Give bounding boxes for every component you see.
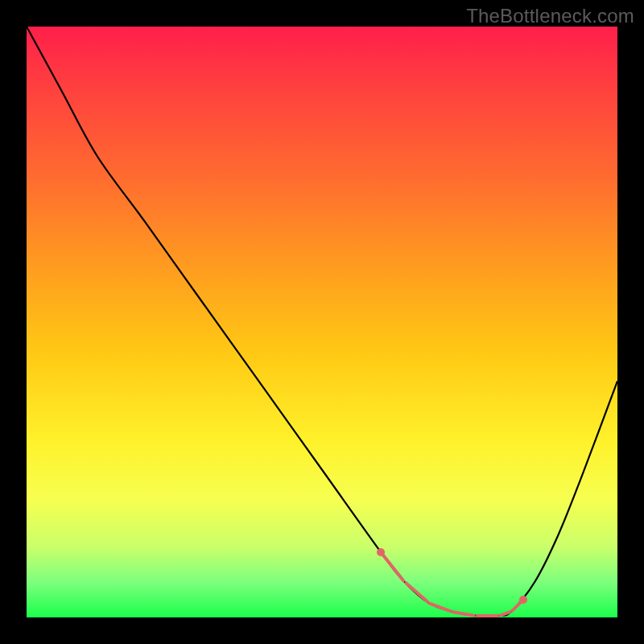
bottleneck-curve <box>27 27 617 617</box>
highlight-segment <box>476 614 499 617</box>
curve-path <box>27 27 617 616</box>
highlight-marker <box>377 548 385 556</box>
chart-frame: TheBottleneck.com <box>0 0 644 644</box>
plot-area <box>27 27 617 617</box>
watermark-text: TheBottleneck.com <box>466 5 634 27</box>
highlight-marker <box>519 596 527 604</box>
